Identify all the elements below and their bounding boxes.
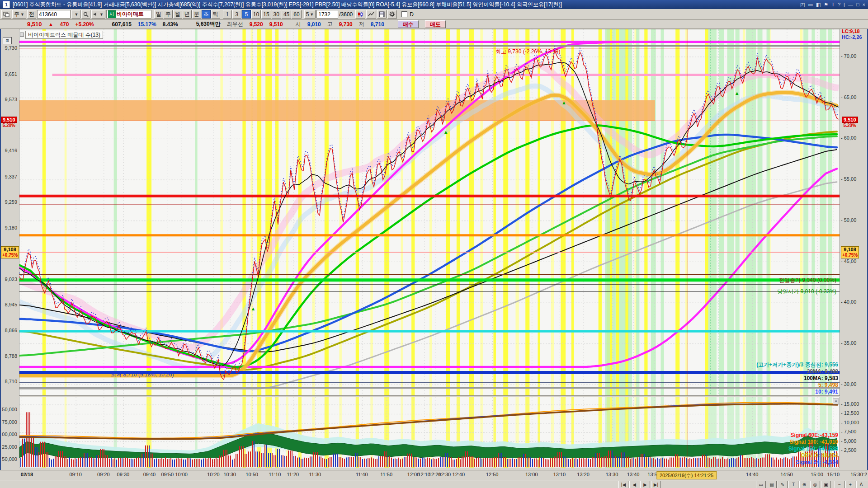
period-button-분[interactable]: 분 bbox=[192, 10, 201, 19]
tool-button[interactable]: ✎ bbox=[778, 481, 788, 488]
period-button-주[interactable]: 주 bbox=[164, 10, 173, 19]
tool-button[interactable]: ▤ bbox=[767, 481, 777, 488]
sound-dropdown[interactable]: ▼ bbox=[91, 10, 105, 19]
change-arrow-icon: ▲ bbox=[48, 21, 54, 28]
tick-count-input[interactable]: 1732 bbox=[316, 10, 338, 19]
line-chart-button[interactable] bbox=[366, 10, 376, 19]
market-dropdown[interactable]: 주▼ bbox=[12, 10, 26, 19]
low-label: 저 bbox=[359, 20, 364, 28]
interval-button-30[interactable]: 30 bbox=[272, 10, 281, 19]
period-button-일[interactable]: 일 bbox=[154, 10, 163, 19]
interval-button-15[interactable]: 15 bbox=[261, 10, 271, 19]
stock-code-input[interactable]: 413640 bbox=[37, 10, 71, 19]
tool-button[interactable]: ◎ bbox=[810, 481, 820, 488]
indicator-title[interactable]: 비아이매트릭스 매물대 수(13) bbox=[25, 31, 103, 39]
time-tick: 11:10 bbox=[269, 472, 281, 477]
tool-button[interactable]: ⊕ bbox=[799, 481, 809, 488]
right-axis-label: - 40,00 bbox=[841, 299, 865, 305]
window-control-icon[interactable]: × bbox=[863, 2, 865, 8]
window-control-icon[interactable]: ◧ bbox=[816, 2, 821, 8]
unit-dropdown[interactable]: 5▼ bbox=[304, 10, 316, 19]
volume-panel[interactable] bbox=[19, 397, 840, 468]
ratio-pct: 8.43% bbox=[163, 21, 178, 28]
nav-button[interactable]: |◀ bbox=[618, 481, 628, 488]
window-control-icon[interactable]: ▭ bbox=[808, 2, 813, 8]
tool-button[interactable]: T bbox=[788, 481, 798, 488]
main-chart-panel[interactable]: ▲▲▲▲ bbox=[19, 29, 840, 396]
nav-button[interactable]: ▶ bbox=[640, 481, 650, 488]
panel-close-icon[interactable]: × bbox=[833, 399, 839, 404]
window-control-icon[interactable]: T bbox=[831, 2, 835, 8]
time-tick: 09:10 bbox=[69, 472, 82, 477]
left-axis-label: 9,730 bbox=[0, 45, 17, 51]
chevron-down-icon: ▼ bbox=[20, 12, 24, 17]
price-change-pct: +5.20% bbox=[75, 21, 94, 28]
right-axis-label: - 30,00 bbox=[841, 381, 865, 387]
tool-button[interactable]: ▭ bbox=[756, 481, 766, 488]
window-control-icon[interactable]: | bbox=[844, 2, 845, 8]
volume-right-axis-label: - 15,000 bbox=[841, 401, 865, 407]
volume-panel-svg bbox=[19, 397, 840, 468]
app-icon: 1 bbox=[3, 1, 10, 8]
volume-right-axis-label: - 5,000 bbox=[841, 438, 865, 444]
main-chart-svg: ▲▲▲▲ bbox=[19, 29, 840, 395]
search-icon bbox=[83, 12, 89, 17]
window-select-icon[interactable] bbox=[1, 10, 11, 19]
time-tick: 12:30 bbox=[439, 472, 451, 477]
code-dropdown[interactable]: ▼ bbox=[71, 10, 80, 19]
interval-buttons: 1351015304560 bbox=[223, 10, 302, 19]
window-control-icon[interactable]: □ bbox=[856, 2, 859, 8]
chart-tool-buttons: ▭▤✎T⊕◎▣ bbox=[756, 481, 831, 488]
d-checkbox[interactable] bbox=[401, 11, 407, 17]
window-title: [0601] 주식종합차트 - 유통비율[41.9] 거래대금[5,630(백만… bbox=[13, 1, 797, 9]
zoom-button[interactable]: A bbox=[856, 481, 866, 488]
open-label: 시 bbox=[296, 20, 301, 28]
buy-button[interactable]: 매수 bbox=[398, 20, 419, 28]
zoom-button[interactable]: + bbox=[845, 481, 855, 488]
window-control-icon[interactable]: — bbox=[848, 2, 853, 8]
prev-stock-button[interactable]: 전 bbox=[27, 10, 36, 19]
window-control-icon[interactable]: ◰ bbox=[800, 2, 805, 8]
titlebar: 1 [0601] 주식종합차트 - 유통비율[41.9] 거래대금[5,630(… bbox=[0, 0, 868, 9]
grid-settings-icon[interactable]: ⊞ bbox=[3, 37, 12, 44]
volume-right-axis-label: - 10,000 bbox=[841, 420, 865, 425]
ma-legend: (고가+저가+종가)/3 중심점: 9,55620MA: 9,498100MA:… bbox=[756, 361, 838, 395]
time-tick: 14:40 bbox=[746, 472, 759, 477]
period-button-월[interactable]: 월 bbox=[173, 10, 182, 19]
stock-name-field[interactable]: 시 비아이매트 bbox=[106, 10, 151, 19]
interval-button-1[interactable]: 1 bbox=[223, 10, 232, 19]
nav-button[interactable]: ◀ bbox=[629, 481, 639, 488]
signal-legend-entry: Signal 100: -41,010 bbox=[788, 439, 838, 446]
interval-button-5[interactable]: 5 bbox=[242, 10, 251, 19]
prev-close-annotation: 전일종가 9,040 (0.00%) bbox=[779, 277, 836, 284]
time-tick: 09:50 bbox=[161, 472, 174, 477]
settings-button[interactable] bbox=[387, 10, 397, 19]
best-bid: 9,510 bbox=[269, 21, 283, 28]
interval-button-3[interactable]: 3 bbox=[232, 10, 241, 19]
time-tick: 11:50 bbox=[380, 472, 392, 477]
d-checkbox-label: D bbox=[410, 11, 414, 18]
stock-name: 비아이매트 bbox=[117, 10, 144, 18]
left-axis-label: 8,945 bbox=[0, 302, 17, 307]
open-price: 9,010 bbox=[307, 21, 321, 28]
interval-button-10[interactable]: 10 bbox=[251, 10, 261, 19]
period-button-초[interactable]: 초 bbox=[202, 10, 211, 19]
left-axis-label: 9,337 bbox=[0, 174, 17, 179]
zoom-button[interactable]: − bbox=[835, 481, 844, 488]
period-button-틱[interactable]: 틱 bbox=[211, 10, 220, 19]
ma-legend-entry: (고가+저가+종가)/3 중심점: 9,556 bbox=[756, 361, 838, 368]
tool-button[interactable]: ▣ bbox=[821, 481, 831, 488]
candle-chart-button[interactable] bbox=[355, 10, 365, 19]
interval-button-45[interactable]: 45 bbox=[282, 10, 291, 19]
search-button[interactable] bbox=[81, 10, 90, 19]
current-price: 9,510 bbox=[27, 21, 42, 28]
window-control-icon[interactable]: ? bbox=[838, 2, 840, 8]
save-button[interactable] bbox=[377, 10, 387, 19]
interval-button-60[interactable]: 60 bbox=[292, 10, 301, 19]
nav-button[interactable]: ▶| bbox=[651, 481, 661, 488]
period-button-년[interactable]: 년 bbox=[183, 10, 192, 19]
sell-button[interactable]: 매도 bbox=[425, 20, 446, 28]
window-control-icon[interactable]: ⚑ bbox=[824, 2, 828, 8]
time-tick: 02/18 bbox=[21, 472, 33, 477]
left-axis-label: 9,573 bbox=[0, 97, 17, 102]
